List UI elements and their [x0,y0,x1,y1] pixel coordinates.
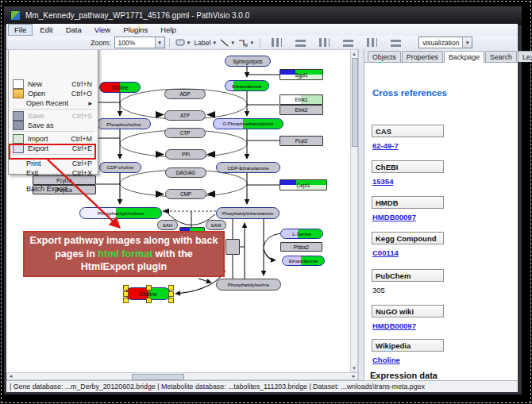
file-menu-item-open[interactable]: OpenCtrl+O [10,89,97,98]
screenshot-stage: Export pathway images along with back pa… [0,0,532,404]
common-height-button[interactable] [388,37,403,49]
node-label: CDP-choline [100,163,141,172]
selection-handle[interactable] [123,298,129,303]
menu-help[interactable]: Help [155,25,182,35]
node-ethanolamine-top[interactable]: Ethanolamine [225,80,269,91]
file-menu-item-save-as[interactable]: Save as [10,121,97,130]
node-phosphatidylserine[interactable]: Phosphatidylserine [216,279,281,290]
reference-link[interactable]: C00114 [372,248,399,257]
label-tool-button[interactable]: Label ▼ [193,37,218,49]
reference-link[interactable]: 15354 [372,177,393,186]
menu-separator [12,109,94,110]
menu-item-label: Exit [26,169,72,177]
zoom-combo[interactable]: 100% ▼ [114,37,165,48]
file-menu-item-print[interactable]: PrintCtrl+P [10,159,97,168]
selection-handle[interactable] [123,285,129,290]
node-sgpl1[interactable]: Sgpl1 [279,69,323,80]
node-ptdss2[interactable]: Ptdss2 [280,242,322,252]
chevron-down-icon: ▼ [212,40,217,45]
menu-file[interactable]: File [8,24,33,36]
node-l-serine[interactable]: L-Serine [280,229,323,239]
scroll-left-icon[interactable]: ◂ [7,373,14,379]
node-hidden-gene[interactable] [226,239,240,255]
node-etnk1[interactable]: Etnk1 [279,94,323,105]
menu-view[interactable]: View [89,25,116,35]
selection-handle[interactable] [168,285,174,290]
selection-handle[interactable] [168,298,174,303]
selection-handle[interactable] [123,291,129,297]
menu-item-label: Batch Export [26,185,92,193]
menu-plugins[interactable]: Plugins [118,25,153,35]
tab-legend[interactable]: Legend [518,51,532,62]
node-ethanolamine-bottom[interactable]: Ethanolamine [282,256,325,266]
distribute-horizontal-button[interactable] [317,37,331,49]
tab-search[interactable]: Search [485,51,517,62]
selection-handle[interactable] [168,291,174,297]
align-middle-button[interactable] [293,37,307,49]
canvas-horizontal-scrollbar[interactable]: ◂ ▸ [6,372,358,380]
node-dag[interactable]: DAG/AG [165,167,206,178]
label-tool-text: Label [194,39,210,47]
node-etnk2[interactable]: Etnk2 [279,105,323,115]
node-o-phosphoethanolamine[interactable]: O-Phosphoethanolamine [213,118,283,129]
menu-data[interactable]: Data [60,25,87,35]
chevron-down-icon[interactable]: ▼ [462,37,472,48]
gene-tool-button[interactable]: ▼ [175,37,192,49]
scroll-up-icon[interactable]: ▴ [351,50,357,57]
file-menu-item-batch-export[interactable]: Batch Export [10,184,97,194]
selection-handle[interactable] [146,285,152,290]
chevron-down-icon: ▼ [230,40,235,45]
common-width-button[interactable] [364,37,379,49]
connector-tool-button[interactable]: ▼ [237,37,255,49]
node-cept1[interactable]: Cept1 [279,179,327,190]
reference-link[interactable]: Choline [372,356,400,364]
node-atp[interactable]: ATP [164,110,206,121]
scrollbar-thumb[interactable] [352,58,358,147]
align-middle-icon [295,38,306,47]
file-menu-item-exit[interactable]: ExitCtrl+X [10,168,97,178]
visualization-combo[interactable]: visualization ▼ [418,37,472,48]
menu-item-shortcut: Ctrl+O [71,90,92,98]
node-phosphatidylcholines[interactable]: Phosphatidylcholines [79,207,162,219]
title-bar[interactable]: Mm_Kennedy_pathway_WP1771_45176.gpml - P… [4,6,522,25]
menu-item-label: Save [28,112,72,120]
tab-properties[interactable]: Properties [402,51,443,62]
node-cmp[interactable]: CMP [165,189,206,199]
node-sam[interactable]: SAM [206,220,226,230]
node-sphingolipids[interactable]: Sphingolipids [225,56,271,67]
tab-objects[interactable]: Objects [368,51,401,62]
menu-item-label: Save as [28,121,92,129]
tab-backpage[interactable]: Backpage [444,51,484,63]
file-menu-item-import[interactable]: ImportCtrl+M [10,134,97,144]
align-center-button[interactable] [269,37,283,49]
scrollbar-thumb[interactable] [132,374,184,380]
zoom-value: 100% [115,39,155,47]
status-bar: | Gene database: ...m_Derby_20120602.bri… [6,380,518,392]
chevron-down-icon[interactable]: ▼ [155,37,164,48]
file-menu-item-save[interactable]: SaveCtrl+S [10,111,97,121]
node-ctp[interactable]: CTP [164,128,206,138]
canvas-vertical-scrollbar[interactable]: ▴ ▾ [350,49,358,372]
node-choline-top[interactable]: Choline [99,82,141,93]
file-menu-item-new[interactable]: NewCtrl+N [10,79,97,89]
side-panel: ObjectsPropertiesBackpageSearchLegend Cr… [364,49,518,380]
selection-handle[interactable] [146,298,152,303]
chevron-down-icon: ▼ [249,40,254,45]
file-menu-item-open-recent[interactable]: Open Recent▸ [10,98,97,108]
node-ppi[interactable]: PPi [165,149,206,160]
node-sah[interactable]: SAH [157,220,178,230]
line-tool-button[interactable]: ▼ [219,37,236,49]
distribute-vertical-button[interactable] [341,37,355,49]
scroll-right-icon[interactable]: ▸ [350,373,357,379]
node-cdp-choline[interactable]: CDP-choline [99,162,141,173]
reference-link[interactable]: HMDB00097 [372,321,416,330]
node-pcyt2[interactable]: Pcyt2 [279,136,323,146]
menu-edit[interactable]: Edit [34,25,58,35]
node-adp[interactable]: ADP [164,89,206,99]
node-phosphocholine[interactable]: Phosphocholine [97,118,151,129]
node-cdp-ethanolamine[interactable]: CDP-Ethanolamine [216,162,280,173]
node-phosphatidylethanolamine[interactable]: Phosphatidylethanolamine [216,207,279,219]
reference-link[interactable]: 62-49-7 [372,141,399,150]
reference-link[interactable]: HMDB00097 [372,213,416,221]
scroll-down-icon[interactable]: ▾ [351,364,357,371]
